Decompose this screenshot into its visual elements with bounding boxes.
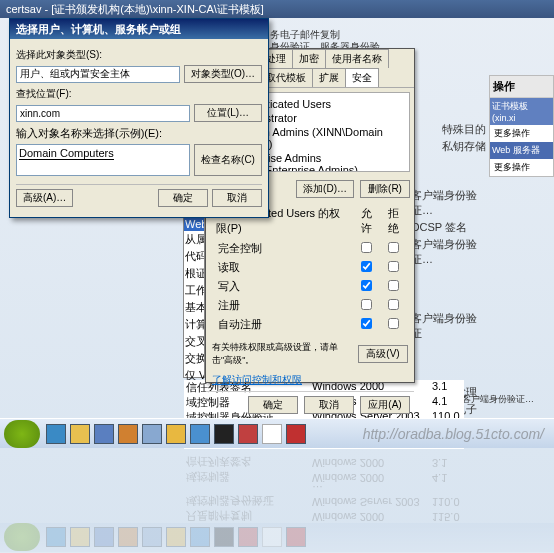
task-icon[interactable] <box>262 424 282 444</box>
task-icon[interactable] <box>286 424 306 444</box>
tree-item[interactable]: 工作 <box>184 282 204 299</box>
cancel-button[interactable]: 取消 <box>304 396 354 414</box>
select-users-dialog: 选择用户、计算机、服务帐户或组 选择此对象类型(S): 对象类型(O)… 查找位… <box>9 18 269 218</box>
side-1: OCSP 签名 <box>411 220 486 235</box>
task-icon[interactable] <box>142 424 162 444</box>
task-icon[interactable] <box>94 424 114 444</box>
tab-subject[interactable]: 使用者名称 <box>325 49 389 68</box>
actions-context-2[interactable]: Web 服务器 <box>490 142 553 159</box>
ok-button[interactable]: 确定 <box>248 396 298 414</box>
perm-row: 完全控制 <box>214 240 406 257</box>
tree-item[interactable]: 从属 <box>184 231 204 248</box>
locations-button[interactable]: 位置(L)… <box>194 104 262 122</box>
perm-row: 自动注册 <box>214 316 406 333</box>
actions-header: 操作 <box>490 76 553 98</box>
tree-item[interactable]: 根证 <box>184 265 204 282</box>
mmc-title: certsav - [证书颁发机构(本地)\xinn-XIN-CA\证书模板] <box>6 2 264 17</box>
perm-deny-check[interactable] <box>388 261 399 272</box>
task-icon[interactable] <box>46 424 66 444</box>
names-label: 输入对象名称来选择(示例)(E): <box>16 126 262 141</box>
perm-row: 写入 <box>214 278 406 295</box>
apply-button[interactable]: 应用(A) <box>360 396 410 414</box>
perm-row: 注册 <box>214 297 406 314</box>
perm-allow-check[interactable] <box>361 318 372 329</box>
desktop: certsav - [证书颁发机构(本地)\xinn-XIN-CA\证书模板] … <box>0 0 554 553</box>
side-store: 私钥存储 <box>411 139 486 154</box>
select-dialog-title: 选择用户、计算机、服务帐户或组 <box>10 19 268 39</box>
side-priv: 特殊目的 <box>411 122 486 137</box>
object-types-button[interactable]: 对象类型(O)… <box>184 65 262 83</box>
tab-security[interactable]: 安全 <box>345 68 379 87</box>
tree-item[interactable]: 交换 <box>184 350 204 367</box>
tree-item[interactable]: 基本 <box>184 299 204 316</box>
task-icon[interactable] <box>190 424 210 444</box>
task-icon[interactable] <box>166 424 186 444</box>
reflection: 只是邮件复制Windows 2000115.0 域控制器身份验证Windows … <box>0 448 554 553</box>
watermark: http://oradba.blog.51cto.com/ <box>363 426 544 442</box>
tree-item[interactable]: 交叉 <box>184 333 204 350</box>
acl-help-link[interactable]: 了解访问控制和权限 <box>212 374 302 385</box>
remove-user-button[interactable]: 删除(R) <box>360 180 410 198</box>
side-2: 客户端身份验证… <box>411 237 486 267</box>
task-icon[interactable] <box>70 424 90 444</box>
location-label: 查找位置(F): <box>16 87 262 101</box>
task-icon[interactable] <box>238 424 258 444</box>
mmc-title-bar: certsav - [证书颁发机构(本地)\xinn-XIN-CA\证书模板] <box>0 0 554 18</box>
permissions-table: Authenticated Users 的权限(P)允许拒绝 完全控制 读取 写… <box>212 202 408 335</box>
actions-context-1[interactable]: 证书模板(xin.xi <box>490 98 553 125</box>
actions-more-1[interactable]: 更多操作 <box>490 125 553 142</box>
object-type-label: 选择此对象类型(S): <box>16 48 262 62</box>
perm-row: 读取 <box>214 259 406 276</box>
task-icon[interactable] <box>214 424 234 444</box>
advanced-text: 有关特殊权限或高级设置，请单击"高级"。 <box>212 341 352 367</box>
tree-item[interactable]: 计算 <box>184 316 204 333</box>
perm-allow-check[interactable] <box>361 280 372 291</box>
perm-allow-check[interactable] <box>361 261 372 272</box>
perm-allow-check[interactable] <box>361 242 372 253</box>
perm-allow-check[interactable] <box>361 299 372 310</box>
object-names-input[interactable]: Domain Computers <box>16 144 190 176</box>
advanced-select-button[interactable]: 高级(A)… <box>16 189 73 207</box>
perm-deny-check[interactable] <box>388 318 399 329</box>
object-type-field <box>16 66 180 83</box>
perm-deny-check[interactable] <box>388 280 399 291</box>
add-user-button[interactable]: 添加(D)… <box>296 180 354 198</box>
advanced-button[interactable]: 高级(V) <box>358 345 408 363</box>
tree-item-selected[interactable]: Web <box>184 217 204 231</box>
tree-item[interactable]: 代码 <box>184 248 204 265</box>
location-field <box>16 105 190 122</box>
check-names-button[interactable]: 检查名称(C) <box>194 144 262 176</box>
perm-deny-check[interactable] <box>388 299 399 310</box>
actions-panel: 操作 证书模板(xin.xi 更多操作 Web 服务器 更多操作 <box>489 75 554 177</box>
side-3: 客户端身份验证 <box>411 311 486 341</box>
allow-header: 允许 <box>355 204 380 238</box>
tab-ext[interactable]: 扩展 <box>312 68 346 87</box>
tab-crypto[interactable]: 加密 <box>292 49 326 68</box>
start-button[interactable] <box>4 420 40 448</box>
task-icon[interactable] <box>118 424 138 444</box>
deny-header: 拒绝 <box>381 204 406 238</box>
side-0: 客户端身份验证… <box>411 188 486 218</box>
actions-more-2[interactable]: 更多操作 <box>490 159 553 176</box>
perm-deny-check[interactable] <box>388 242 399 253</box>
select-cancel-button[interactable]: 取消 <box>212 189 262 207</box>
select-ok-button[interactable]: 确定 <box>158 189 208 207</box>
